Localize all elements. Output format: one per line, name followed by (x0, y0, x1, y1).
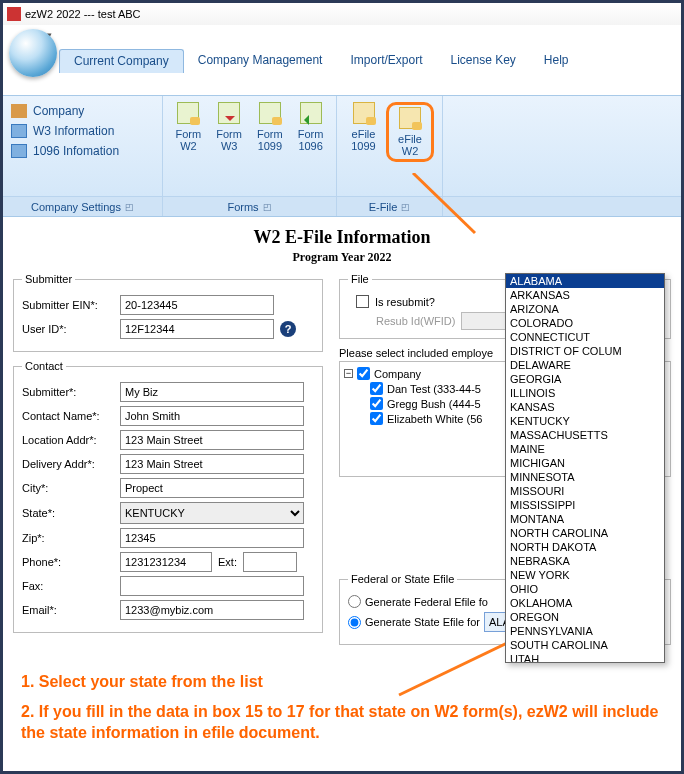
radio-federal[interactable] (348, 595, 361, 608)
dialog-launcher-icon[interactable]: ◰ (401, 202, 410, 212)
ribbon-company[interactable]: Company (11, 102, 84, 120)
state-option[interactable]: UTAH (506, 652, 664, 663)
quick-access-bar: ▾ (3, 25, 681, 45)
contact-submitter-field[interactable] (120, 382, 304, 402)
phone-field[interactable] (120, 552, 212, 572)
ribbon-w3-info[interactable]: W3 Information (11, 122, 114, 140)
ribbon: Company W3 Information 1096 Infomation C… (3, 95, 681, 217)
state-option[interactable]: CONNECTICUT (506, 330, 664, 344)
dialog-launcher-icon[interactable]: ◰ (125, 202, 134, 212)
state-option[interactable]: OKLAHOMA (506, 596, 664, 610)
app-orb-button[interactable] (9, 29, 57, 77)
ext-label: Ext: (218, 556, 237, 568)
zip-field[interactable] (120, 528, 304, 548)
contact-name-label: Contact Name*: (22, 410, 114, 422)
zip-label: Zip*: (22, 532, 114, 544)
ext-field[interactable] (243, 552, 297, 572)
state-select[interactable]: KENTUCKY (120, 502, 304, 524)
radio-state[interactable] (348, 616, 361, 629)
state-dropdown-list[interactable]: ALABAMAARKANSASARIZONACOLORADOCONNECTICU… (505, 273, 665, 663)
state-option[interactable]: MISSOURI (506, 484, 664, 498)
tree-emp-check[interactable] (370, 382, 383, 395)
state-option[interactable]: COLORADO (506, 316, 664, 330)
state-option[interactable]: MAINE (506, 442, 664, 456)
home-icon (11, 104, 27, 118)
page-title: W2 E-File Information (13, 227, 671, 248)
annotation-step-2: 2. If you fill in the data in box 15 to … (13, 697, 671, 748)
radio-state-label: Generate State Efile for (365, 616, 480, 628)
state-option[interactable]: MONTANA (506, 512, 664, 526)
app-icon (7, 7, 21, 21)
state-option[interactable]: KENTUCKY (506, 414, 664, 428)
tab-import-export[interactable]: Import/Export (336, 49, 436, 73)
fax-field[interactable] (120, 576, 304, 596)
state-option[interactable]: NORTH CAROLINA (506, 526, 664, 540)
tree-emp-label: Gregg Bush (444-5 (387, 398, 481, 410)
ribbon-form-w3[interactable]: FormW3 (212, 102, 247, 152)
state-label: State*: (22, 507, 114, 519)
tree-collapse-icon[interactable]: − (344, 369, 353, 378)
state-option[interactable]: ILLINOIS (506, 386, 664, 400)
userid-field[interactable] (120, 319, 274, 339)
state-option[interactable]: ARIZONA (506, 302, 664, 316)
state-option[interactable]: PENNSYLVANIA (506, 624, 664, 638)
state-option[interactable]: DELAWARE (506, 358, 664, 372)
resubmit-checkbox[interactable] (356, 295, 369, 308)
fax-label: Fax: (22, 580, 114, 592)
contact-name-field[interactable] (120, 406, 304, 426)
radio-federal-label: Generate Federal Efile fo (365, 596, 488, 608)
ribbon-efile-1099[interactable]: eFile1099 (345, 102, 382, 152)
tree-root-label: Company (374, 368, 421, 380)
state-option[interactable]: NEBRASKA (506, 554, 664, 568)
menu-tabs: Current Company Company Management Impor… (59, 49, 583, 73)
state-option[interactable]: ALABAMA (506, 274, 664, 288)
location-addr-label: Location Addr*: (22, 434, 114, 446)
ribbon-1096-info[interactable]: 1096 Infomation (11, 142, 119, 160)
form-icon (11, 124, 27, 138)
state-option[interactable]: MICHIGAN (506, 456, 664, 470)
window-title: ezW2 2022 --- test ABC (25, 8, 141, 20)
tree-emp-check[interactable] (370, 412, 383, 425)
delivery-addr-field[interactable] (120, 454, 304, 474)
ribbon-efile-w2[interactable]: eFileW2 (391, 107, 429, 157)
submitter-group: Submitter Submitter EIN*: User ID*: ? (13, 273, 323, 352)
state-option[interactable]: MISSISSIPPI (506, 498, 664, 512)
ribbon-form-1099[interactable]: Form1099 (253, 102, 288, 152)
delivery-addr-label: Delivery Addr*: (22, 458, 114, 470)
tab-current-company[interactable]: Current Company (59, 49, 184, 73)
tree-emp-check[interactable] (370, 397, 383, 410)
location-addr-field[interactable] (120, 430, 304, 450)
contact-submitter-label: Submitter*: (22, 386, 114, 398)
highlight-efile-w2: eFileW2 (386, 102, 434, 162)
contact-legend: Contact (22, 360, 66, 372)
state-option[interactable]: NORTH DAKOTA (506, 540, 664, 554)
tab-license-key[interactable]: License Key (436, 49, 529, 73)
tree-root-check[interactable] (357, 367, 370, 380)
contact-group: Contact Submitter*: Contact Name*: Locat… (13, 360, 323, 633)
state-option[interactable]: SOUTH CAROLINA (506, 638, 664, 652)
state-option[interactable]: NEW YORK (506, 568, 664, 582)
tab-help[interactable]: Help (530, 49, 583, 73)
state-option[interactable]: DISTRICT OF COLUM (506, 344, 664, 358)
resub-id-label: Resub Id(WFID) (376, 315, 455, 327)
submitter-legend: Submitter (22, 273, 75, 285)
state-option[interactable]: GEORGIA (506, 372, 664, 386)
dialog-launcher-icon[interactable]: ◰ (263, 202, 272, 212)
ein-label: Submitter EIN*: (22, 299, 114, 311)
annotation-step-1: 1. Select your state from the list (13, 667, 671, 697)
state-option[interactable]: ARKANSAS (506, 288, 664, 302)
state-option[interactable]: MASSACHUSETTS (506, 428, 664, 442)
form-icon (11, 144, 27, 158)
state-option[interactable]: OHIO (506, 582, 664, 596)
state-option[interactable]: KANSAS (506, 400, 664, 414)
state-option[interactable]: OREGON (506, 610, 664, 624)
help-icon[interactable]: ? (280, 321, 296, 337)
ribbon-form-1096[interactable]: Form1096 (293, 102, 328, 152)
email-field[interactable] (120, 600, 304, 620)
state-option[interactable]: MINNESOTA (506, 470, 664, 484)
tab-company-management[interactable]: Company Management (184, 49, 337, 73)
ribbon-form-w2[interactable]: FormW2 (171, 102, 206, 152)
ein-field[interactable] (120, 295, 274, 315)
program-year: Program Year 2022 (13, 250, 671, 265)
city-field[interactable] (120, 478, 304, 498)
